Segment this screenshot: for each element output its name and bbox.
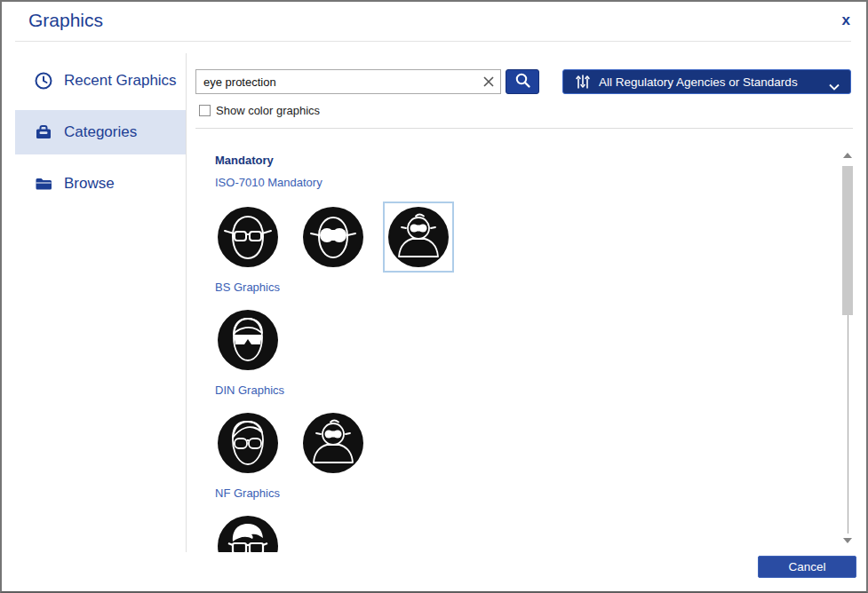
cancel-button[interactable]: Cancel — [758, 556, 856, 578]
toolbar-divider — [195, 128, 853, 129]
show-color-graphics-row: Show color graphics — [199, 104, 320, 117]
section-label-bs-graphics: BS Graphics — [215, 281, 280, 294]
graphic-wear-eye-protection-shades[interactable] — [212, 304, 283, 376]
chevron-down-icon — [829, 78, 840, 85]
graphic-wear-eye-protection-glasses[interactable] — [212, 202, 283, 273]
clock-icon — [34, 71, 53, 91]
sidebar-item-browse[interactable]: Browse — [15, 162, 186, 206]
toolbox-icon — [34, 123, 53, 142]
graphics-dialog: Graphics x Recent Graphics Categories Br… — [0, 0, 868, 593]
filter-dropdown-label: All Regulatory Agencies or Standards — [599, 75, 798, 89]
graphic-wear-opaque-goggles-bust[interactable] — [298, 407, 369, 478]
scroll-down-icon[interactable] — [843, 538, 852, 543]
sidebar-item-categories[interactable]: Categories — [15, 110, 186, 154]
section-label-iso-7010: ISO-7010 Mandatory — [215, 176, 323, 189]
graphic-wear-eye-protection-spectacles-partial[interactable] — [212, 510, 283, 552]
regulatory-filter-dropdown[interactable]: All Regulatory Agencies or Standards — [562, 69, 851, 94]
show-color-graphics-checkbox[interactable] — [199, 105, 211, 116]
sidebar-item-recent-graphics[interactable]: Recent Graphics — [15, 59, 186, 103]
sliders-filter-icon — [575, 74, 591, 90]
vertical-scrollbar — [841, 151, 855, 545]
dialog-title: Graphics — [28, 10, 103, 31]
search-button[interactable] — [506, 69, 539, 94]
graphic-wear-opaque-eye-protection[interactable] — [298, 202, 369, 273]
sidebar-item-label: Browse — [64, 175, 115, 193]
group-header-mandatory: Mandatory — [215, 154, 274, 167]
scroll-up-icon[interactable] — [843, 153, 852, 158]
graphic-wear-eye-protection-bust[interactable] — [383, 202, 454, 273]
sidebar-item-label: Categories — [64, 123, 137, 141]
magnifier-icon — [514, 72, 531, 92]
section-label-nf-graphics: NF Graphics — [215, 486, 280, 500]
results-viewport: Mandatory ISO-7010 Mandatory — [195, 144, 828, 552]
title-divider — [15, 41, 851, 42]
section-label-din-graphics: DIN Graphics — [215, 383, 284, 397]
clear-x-icon[interactable] — [482, 75, 495, 88]
graphic-wear-eye-protection-spectacles[interactable] — [212, 407, 283, 478]
close-icon[interactable]: x — [842, 12, 850, 29]
search-input[interactable] — [195, 69, 501, 94]
folder-icon — [34, 174, 53, 194]
scrollbar-thumb[interactable] — [842, 166, 853, 315]
sidebar-item-label: Recent Graphics — [64, 72, 177, 90]
show-color-graphics-label: Show color graphics — [216, 104, 320, 117]
sidebar-divider — [186, 53, 187, 552]
